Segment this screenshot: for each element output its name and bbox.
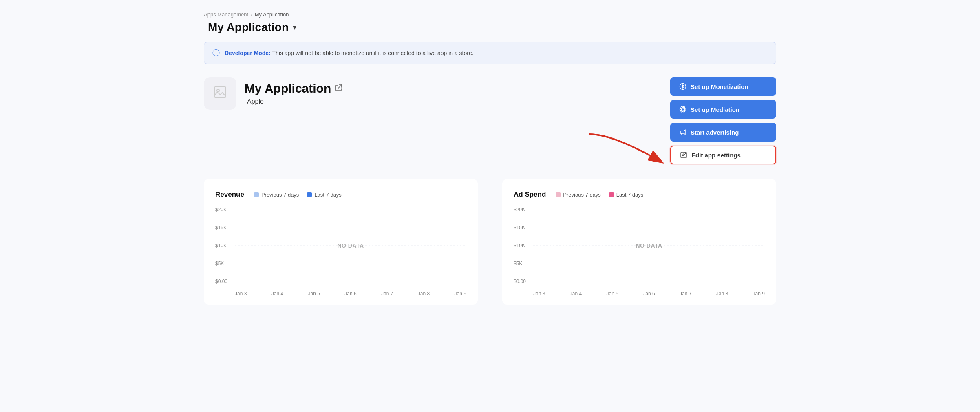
app-title-group: My Application Apple [245,82,342,105]
page-title: My Application [208,21,289,34]
app-info: My Application Apple [204,77,342,110]
revenue-prev-legend: Previous 7 days [254,192,299,198]
setup-mediation-label: Set up Mediation [691,106,739,113]
adspend-chart-legend: Previous 7 days Last 7 days [556,192,643,198]
revenue-chart-title: Revenue [215,190,244,199]
breadcrumb-separator: / [251,11,252,18]
revenue-prev-label: Previous 7 days [261,192,299,198]
charts-section: Revenue Previous 7 days Last 7 days $20K… [204,179,776,305]
page-title-row: My Application ▾ [204,21,776,34]
app-icon-box [204,77,236,110]
revenue-chart-area: $20K $15K $10K $5K $0.00 NO DATA [215,207,466,297]
revenue-prev-dot [254,192,259,197]
adspend-x-labels: Jan 3 Jan 4 Jan 5 Jan 6 Jan 7 Jan 8 Jan … [533,291,765,297]
platform-name: Apple [247,98,264,105]
breadcrumb: Apps Management / My Application [204,11,776,18]
revenue-x-labels: Jan 3 Jan 4 Jan 5 Jan 6 Jan 7 Jan 8 Jan … [235,291,466,297]
developer-banner-description: This app will not be able to monetize un… [272,50,473,56]
adspend-chart-header: Ad Spend Previous 7 days Last 7 days [514,190,765,199]
svg-rect-6 [681,152,686,158]
edit-app-settings-label: Edit app settings [691,152,741,159]
adspend-y-labels: $20K $15K $10K $5K $0.00 [514,207,526,284]
revenue-chart-header: Revenue Previous 7 days Last 7 days [215,190,466,199]
breadcrumb-current: My Application [255,11,289,18]
adspend-chart-title: Ad Spend [514,190,546,199]
adspend-last-label: Last 7 days [616,192,644,198]
revenue-chart-section: Revenue Previous 7 days Last 7 days $20K… [204,179,478,305]
start-advertising-label: Start advertising [691,129,739,136]
revenue-y-labels: $20K $15K $10K $5K $0.00 [215,207,227,284]
revenue-last-dot [307,192,312,197]
app-title-line: My Application [245,82,342,95]
adspend-last-legend: Last 7 days [609,192,644,198]
svg-point-1 [217,89,219,92]
setup-monetization-label: Set up Monetization [691,83,748,90]
chevron-down-icon[interactable]: ▾ [293,23,296,32]
info-icon: ⓘ [212,48,220,58]
developer-banner-text: Developer Mode: This app will not be abl… [225,50,474,56]
revenue-chart-inner: NO DATA [235,207,466,284]
action-buttons: Set up Monetization Set up Mediation Sta… [670,77,776,164]
developer-mode-banner: ⓘ Developer Mode: This app will not be a… [204,42,776,64]
adspend-chart-inner: NO DATA [533,207,765,284]
adspend-no-data: NO DATA [636,242,662,249]
revenue-last-legend: Last 7 days [307,192,342,198]
app-header: My Application Apple [204,77,776,164]
start-advertising-button[interactable]: Start advertising [670,123,776,142]
adspend-prev-label: Previous 7 days [563,192,601,198]
revenue-chart-legend: Previous 7 days Last 7 days [254,192,342,198]
adspend-chart-section: Ad Spend Previous 7 days Last 7 days $20… [502,179,776,305]
setup-mediation-button[interactable]: Set up Mediation [670,100,776,119]
app-icon-placeholder [213,85,227,102]
revenue-last-label: Last 7 days [314,192,342,198]
app-name: My Application [245,82,331,95]
developer-mode-label: Developer Mode: [225,50,271,56]
app-platform: Apple [245,98,342,105]
adspend-prev-dot [556,192,561,197]
adspend-last-dot [609,192,614,197]
revenue-no-data: NO DATA [337,242,364,249]
setup-monetization-button[interactable]: Set up Monetization [670,77,776,96]
breadcrumb-parent[interactable]: Apps Management [204,11,248,18]
adspend-chart-area: $20K $15K $10K $5K $0.00 NO DATA [514,207,765,297]
svg-rect-0 [214,86,226,98]
edit-app-settings-button[interactable]: Edit app settings [670,146,776,164]
external-link-icon[interactable] [335,84,342,93]
adspend-prev-legend: Previous 7 days [556,192,601,198]
